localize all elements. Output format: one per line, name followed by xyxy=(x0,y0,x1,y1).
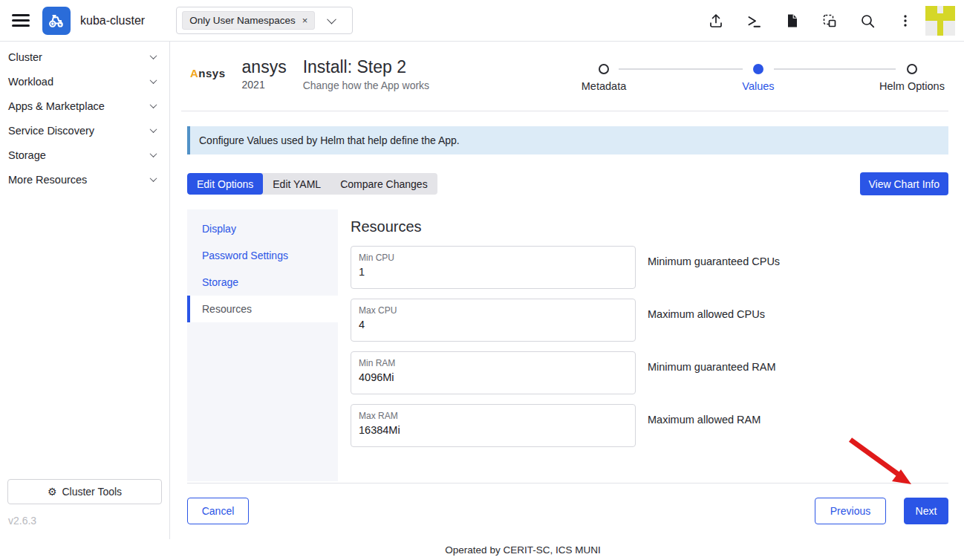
top-bar: kuba-cluster Only User Namespaces × xyxy=(0,0,964,42)
search-icon[interactable] xyxy=(859,13,876,29)
app-name: ansys xyxy=(242,58,287,76)
chevron-down-icon xyxy=(150,150,157,157)
field-description: Maximum allowed CPUs xyxy=(648,308,765,320)
topbar-actions xyxy=(708,13,913,29)
remove-namespace-icon[interactable]: × xyxy=(302,16,308,25)
step-circle-values[interactable] xyxy=(753,64,763,74)
footer-text: Operated by CERIT-SC, ICS MUNI xyxy=(0,539,964,560)
kubectl-shell-icon[interactable] xyxy=(746,13,762,29)
ansys-logo: Ansys xyxy=(190,67,226,79)
max-ram-input[interactable] xyxy=(359,424,628,436)
sidebar-item-label: Workload xyxy=(8,76,53,88)
tab-edit-yaml[interactable]: Edit YAML xyxy=(263,173,330,195)
kebab-menu-icon[interactable] xyxy=(897,13,913,29)
subnav-item-password-settings[interactable]: Password Settings xyxy=(187,242,338,269)
cancel-button[interactable]: Cancel xyxy=(187,498,249,524)
field-description: Minimum guaranteed RAM xyxy=(648,361,775,373)
rancher-logo-icon[interactable] xyxy=(42,7,71,35)
min-ram-input[interactable] xyxy=(359,371,628,383)
section-title: Resources xyxy=(351,218,948,235)
field-row-min-cpu: Min CPU Minimum guaranteed CPUs xyxy=(351,246,948,289)
max-cpu-field[interactable]: Max CPU xyxy=(351,299,636,342)
namespace-filter[interactable]: Only User Namespaces × xyxy=(176,7,353,34)
sidebar-item-label: Cluster xyxy=(8,51,42,63)
info-banner: Configure Values used by Helm that help … xyxy=(187,126,948,154)
view-chart-info-button[interactable]: View Chart Info xyxy=(860,172,948,195)
step-circle-metadata[interactable] xyxy=(599,64,609,74)
tab-edit-options[interactable]: Edit Options xyxy=(187,173,263,195)
cluster-name[interactable]: kuba-cluster xyxy=(80,14,145,27)
footer-divider xyxy=(187,483,948,484)
page-subtitle: Change how the App works xyxy=(303,79,429,91)
values-subnav: Display Password Settings Storage Resour… xyxy=(187,209,338,481)
chevron-down-icon xyxy=(150,52,157,59)
sidebar-item-cluster[interactable]: Cluster xyxy=(0,45,169,69)
sidebar-item-label: More Resources xyxy=(8,174,87,186)
max-cpu-input[interactable] xyxy=(359,319,628,331)
resources-form: Resources Min CPU Minimum guaranteed CPU… xyxy=(351,218,948,457)
min-cpu-field[interactable]: Min CPU xyxy=(351,246,636,289)
rancher-app: kuba-cluster Only User Namespaces × xyxy=(0,0,964,560)
sidebar-item-more-resources[interactable]: More Resources xyxy=(0,167,169,192)
chevron-down-icon xyxy=(150,101,157,108)
header-divider xyxy=(181,111,948,111)
chevron-down-icon xyxy=(150,175,157,182)
field-row-max-ram: Max RAM Maximum allowed RAM xyxy=(351,404,948,447)
sidebar: Cluster Workload Apps & Marketplace Serv… xyxy=(0,42,170,539)
field-label: Min RAM xyxy=(359,358,628,368)
namespace-chip: Only User Namespaces × xyxy=(182,11,315,30)
info-banner-text: Configure Values used by Helm that help … xyxy=(199,134,460,146)
step-label-values[interactable]: Values xyxy=(695,80,821,92)
field-row-min-ram: Min RAM Minimum guaranteed RAM xyxy=(351,351,948,394)
namespace-chip-label: Only User Namespaces xyxy=(189,15,296,26)
sidebar-item-service-discovery[interactable]: Service Discovery xyxy=(0,118,169,143)
sidebar-item-workload[interactable]: Workload xyxy=(0,69,169,94)
main-content: Ansys ansys 2021 Install: Step 2 Change … xyxy=(170,42,964,539)
field-description: Maximum allowed RAM xyxy=(648,414,761,426)
page-title: Install: Step 2 xyxy=(303,58,429,76)
sidebar-item-label: Service Discovery xyxy=(8,125,94,137)
max-ram-field[interactable]: Max RAM xyxy=(351,404,636,447)
cluster-tools-button[interactable]: ⚙ Cluster Tools xyxy=(7,479,162,504)
file-icon[interactable] xyxy=(784,13,800,29)
field-label: Max CPU xyxy=(359,305,628,316)
step-label-helm-options[interactable]: Helm Options xyxy=(849,80,964,92)
upload-icon[interactable] xyxy=(708,13,724,29)
cluster-tools-label: Cluster Tools xyxy=(62,486,122,498)
user-avatar[interactable] xyxy=(925,6,955,36)
sidebar-item-storage[interactable]: Storage xyxy=(0,143,169,167)
chevron-down-icon xyxy=(150,126,157,133)
sidebar-item-label: Apps & Marketplace xyxy=(8,100,105,112)
subnav-item-storage[interactable]: Storage xyxy=(187,269,338,296)
step-circle-helm-options[interactable] xyxy=(907,64,917,74)
previous-button[interactable]: Previous xyxy=(815,498,886,524)
subnav-item-resources[interactable]: Resources xyxy=(187,296,338,322)
import-icon[interactable] xyxy=(821,13,838,29)
field-row-max-cpu: Max CPU Maximum allowed CPUs xyxy=(351,299,948,342)
tab-compare-changes[interactable]: Compare Changes xyxy=(330,173,437,195)
next-button[interactable]: Next xyxy=(904,498,948,524)
app-version: 2021 xyxy=(242,79,287,91)
field-label: Min CPU xyxy=(359,253,628,263)
gear-icon: ⚙ xyxy=(48,486,57,498)
sidebar-item-apps-marketplace[interactable]: Apps & Marketplace xyxy=(0,94,169,118)
min-ram-field[interactable]: Min RAM xyxy=(351,351,636,394)
min-cpu-input[interactable] xyxy=(359,266,628,278)
field-label: Max RAM xyxy=(359,411,628,421)
step-connector xyxy=(774,68,896,70)
step-label-metadata[interactable]: Metadata xyxy=(541,80,667,92)
field-description: Minimum guaranteed CPUs xyxy=(648,255,780,267)
edit-mode-tabs: Edit Options Edit YAML Compare Changes xyxy=(187,173,437,195)
step-connector xyxy=(619,68,743,70)
subnav-item-display[interactable]: Display xyxy=(187,215,338,242)
chevron-down-icon xyxy=(327,15,336,25)
menu-icon[interactable] xyxy=(12,14,30,27)
sidebar-nav: Cluster Workload Apps & Marketplace Serv… xyxy=(0,42,169,192)
sidebar-item-label: Storage xyxy=(8,149,46,161)
install-header: Ansys ansys 2021 Install: Step 2 Change … xyxy=(190,58,429,91)
chevron-down-icon xyxy=(150,76,157,84)
version-label: v2.6.3 xyxy=(8,515,36,527)
